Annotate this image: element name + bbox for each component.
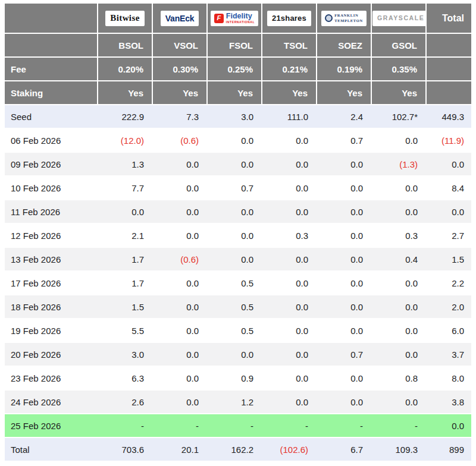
flow-value: 2.4 (317, 105, 371, 128)
row-label: 06 Feb 2026 (5, 128, 98, 152)
ticker-total-cell (426, 33, 471, 57)
flow-value: 0.0 (152, 152, 207, 176)
row-total-value: 899 (426, 437, 471, 461)
flow-value: 0.0 (371, 295, 426, 319)
flow-value: 0.0 (371, 319, 426, 342)
flow-value: (0.6) (152, 128, 207, 152)
flow-value: (102.6) (262, 437, 317, 461)
staking-row: StakingYesYesYesYesYesYes (5, 81, 471, 105)
flow-value: 162.2 (207, 437, 262, 461)
staking-row-label: Staking (5, 81, 98, 105)
flow-value: 0.0 (317, 247, 371, 271)
ticker-cell-bsol: BSOL (98, 33, 152, 57)
flow-value: 0.0 (317, 295, 371, 319)
flow-value: 0.0 (262, 271, 317, 295)
row-label: 11 Feb 2026 (5, 200, 98, 223)
row-total-value: 3.8 (426, 390, 471, 414)
flow-value: 0.0 (262, 152, 317, 176)
flow-value: 0.0 (317, 390, 371, 414)
fidelity-f-icon: F (214, 14, 224, 23)
row-total-value: 2.2 (426, 271, 471, 295)
fidelity-logo-cell: FFidelityINTERNATIONAL (207, 4, 262, 33)
row-total-value: 0.0 (426, 414, 471, 437)
flow-value: 3.0 (207, 105, 262, 128)
fidelity-wordmark: FidelityINTERNATIONAL (226, 12, 255, 23)
fee-total-cell (426, 57, 471, 81)
flow-value: 0.5 (207, 295, 262, 319)
solana-etf-flow-table: BitwiseVanEckFFidelityINTERNATIONAL21sha… (5, 4, 471, 462)
flow-value: 0.0 (152, 223, 207, 247)
franklin-logo-line1: FRANKLIN (334, 13, 358, 18)
flow-value: 6.7 (317, 437, 371, 461)
flow-value: 20.1 (152, 437, 207, 461)
grayscale-logo-cell: GRAYSCALE (371, 4, 426, 33)
franklin-templeton-logo-text: FRANKLINTEMPLETON (334, 13, 363, 23)
row-total-value: 0.0 (426, 152, 471, 176)
bitwise-logo-cell: Bitwise (98, 4, 152, 33)
table-header: BitwiseVanEckFFidelityINTERNATIONAL21sha… (5, 4, 471, 105)
flow-value: 0.0 (152, 342, 207, 366)
corner-cell (5, 4, 98, 33)
fidelity-logo-subtext: INTERNATIONAL (226, 21, 255, 24)
flow-value: - (152, 414, 207, 437)
flow-value: 0.8 (371, 366, 426, 390)
table-row: 23 Feb 20266.30.00.90.00.00.88.0 (5, 366, 471, 390)
flow-value: 7.7 (98, 176, 152, 200)
row-label: Seed (5, 105, 98, 128)
franklin-logo-line2: TEMPLETON (334, 18, 363, 23)
flow-value: 0.0 (207, 200, 262, 223)
flow-value: 1.7 (98, 247, 152, 271)
flow-value: 0.0 (262, 390, 317, 414)
flow-value: 0.0 (152, 366, 207, 390)
flow-value: (12.0) (98, 128, 152, 152)
row-label: 18 Feb 2026 (5, 295, 98, 319)
ticker-cell-soez: SOEZ (317, 33, 371, 57)
flow-value: 0.0 (317, 200, 371, 223)
ticker-cell-vsol: VSOL (152, 33, 207, 57)
staking-total-cell (426, 81, 471, 105)
flow-value: 0.0 (317, 152, 371, 176)
flow-value: 0.0 (207, 342, 262, 366)
row-total-value: (11.9) (426, 128, 471, 152)
table-row: 19 Feb 20265.50.00.50.00.00.06.0 (5, 319, 471, 342)
table-row: 09 Feb 20261.30.00.00.00.0(1.3)0.0 (5, 152, 471, 176)
row-total-value: 6.0 (426, 319, 471, 342)
row-total-value: 2.0 (426, 295, 471, 319)
row-total-value: 2.7 (426, 223, 471, 247)
table-row: 25 Feb 2026------0.0 (5, 414, 471, 437)
row-total-value: 1.5 (426, 247, 471, 271)
flow-value: 0.0 (317, 366, 371, 390)
staking-value-grayscale: Yes (371, 81, 426, 105)
row-label: Total (5, 437, 98, 461)
flow-value: 0.0 (371, 342, 426, 366)
flow-value: 0.0 (152, 271, 207, 295)
flow-value: 703.6 (98, 437, 152, 461)
flow-value: 1.5 (98, 295, 152, 319)
fidelity-logo-text: Fidelity (226, 12, 252, 20)
table-row: 17 Feb 20261.70.00.50.00.00.02.2 (5, 271, 471, 295)
flow-value: 0.3 (262, 223, 317, 247)
flow-value: 2.1 (98, 223, 152, 247)
21shares-logo-cell: 21shares (262, 4, 317, 33)
row-total-value: 3.7 (426, 342, 471, 366)
flow-value: 0.0 (262, 319, 317, 342)
fee-value-grayscale: 0.35% (371, 57, 426, 81)
fee-value-fidelity: 0.25% (207, 57, 262, 81)
flow-value: 111.0 (262, 105, 317, 128)
flow-value: 0.0 (152, 200, 207, 223)
flow-value: 0.0 (98, 200, 152, 223)
flow-value: (0.6) (152, 247, 207, 271)
flow-value: 0.0 (317, 271, 371, 295)
total-column-header: Total (426, 4, 471, 33)
row-total-value: 8.0 (426, 366, 471, 390)
table-row: 13 Feb 20261.7(0.6)0.00.00.00.41.5 (5, 247, 471, 271)
flow-value: 0.0 (262, 295, 317, 319)
vaneck-logo: VanEck (161, 11, 199, 26)
flow-value: 0.0 (152, 319, 207, 342)
row-label: 17 Feb 2026 (5, 271, 98, 295)
row-label: 23 Feb 2026 (5, 366, 98, 390)
flow-value: - (262, 414, 317, 437)
flow-value: - (207, 414, 262, 437)
flow-value: 0.0 (207, 223, 262, 247)
flow-value: - (371, 414, 426, 437)
